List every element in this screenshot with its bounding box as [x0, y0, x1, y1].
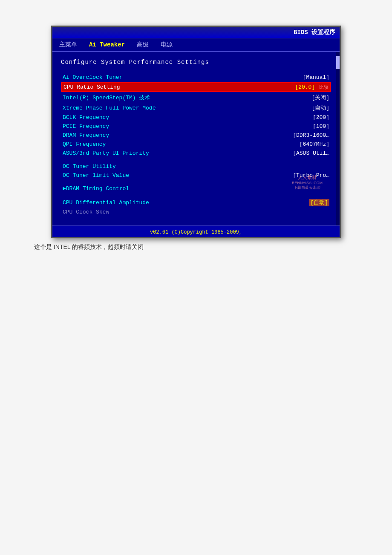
- menu-value-asus-priority: [ASUS Util: [293, 150, 329, 156]
- caption: 这个是 INTEL 的睿频技术，超频时请关闭: [34, 243, 358, 251]
- menu-label-speedstep: Intel(R) SpeedStep(TM) 技术: [63, 94, 150, 101]
- menu-item-cpu-diff-amp[interactable]: CPU Differential Amplitude [自动]: [61, 198, 331, 207]
- menu-value-pcie: [100]: [313, 123, 329, 130]
- menu-item-qpi[interactable]: QPI Frequency [6407MHz]: [61, 140, 331, 148]
- menu-item-oc-tuner-limit[interactable]: OC Tuner limit Value [Turbo Pro: [61, 171, 331, 179]
- menu-label-dram-timing: DRAM Timing Control: [66, 185, 129, 192]
- page-wrapper: BIOS 设置程序 主菜单 Ai Tweaker 高级 电源 Configure…: [0, 0, 392, 555]
- menu-value-bclk: [200]: [313, 114, 329, 121]
- menu-item-cpu-ratio[interactable]: CPU Ratio Setting [20.0] 比较: [61, 82, 331, 92]
- menu-value-cpu-diff-amp: [自动]: [309, 199, 329, 206]
- menu-label-ai-overclock: Ai Overclock Tuner: [63, 74, 122, 81]
- menu-value-dram: [DDR3-1600: [293, 132, 329, 139]
- menu-label-qpi: QPI Frequency: [63, 141, 106, 147]
- menu-label-dram: DRAM Frequency: [63, 132, 109, 139]
- menu-label-bclk: BCLK Frequency: [63, 114, 109, 121]
- menu-label-oc-tuner-utility: OC Tuner Utility: [63, 163, 116, 170]
- section-title: Configure System Performance Settings: [61, 59, 331, 66]
- nav-item-ai-tweaker[interactable]: Ai Tweaker: [89, 41, 125, 48]
- bottom-section: CPU Differential Amplitude [自动] CPU Cloc…: [61, 198, 331, 216]
- menu-value-qpi: [6407MHz]: [300, 141, 329, 147]
- menu-item-asus-priority[interactable]: ASUS/3rd Party UI Priority [ASUS Util: [61, 149, 331, 157]
- scrollbar[interactable]: [336, 52, 340, 225]
- menu-item-speedstep[interactable]: Intel(R) SpeedStep(TM) 技术 [关闭]: [61, 93, 331, 102]
- nav-item-main[interactable]: 主菜单: [59, 41, 77, 49]
- menu-item-dram[interactable]: DRAM Frequency [DDR3-1600: [61, 131, 331, 139]
- menu-label-asus-priority: ASUS/3rd Party UI Priority: [63, 150, 149, 156]
- nav-item-advanced[interactable]: 高级: [137, 41, 149, 49]
- menu-item-bclk[interactable]: BCLK Frequency [200]: [61, 113, 331, 121]
- dram-timing-arrow: ►: [63, 185, 66, 192]
- bios-screenshot: BIOS 设置程序 主菜单 Ai Tweaker 高级 电源 Configure…: [51, 26, 341, 238]
- menu-label-oc-tuner-limit: OC Tuner limit Value: [63, 172, 129, 179]
- bios-content: Configure System Performance Settings Ai…: [52, 52, 340, 225]
- menu-item-pcie[interactable]: PCIE Frequency [100]: [61, 122, 331, 130]
- menu-value-cpu-ratio: [20.0] 比较: [295, 84, 329, 90]
- bios-header-title: BIOS 设置程序: [294, 29, 335, 36]
- scrollbar-thumb: [336, 56, 340, 69]
- menu-item-cpu-clock-skew[interactable]: CPU Clock Skew: [61, 208, 331, 216]
- bios-footer: v02.61 (C)Copyright 1985-2009,: [52, 225, 340, 237]
- menu-value-speedstep: [关闭]: [311, 94, 329, 101]
- menu-value-xtreme-phase: [自动]: [311, 104, 329, 112]
- menu-item-dram-timing[interactable]: ► DRAM Timing Control: [61, 185, 331, 193]
- bios-header-bar: BIOS 设置程序: [52, 27, 340, 38]
- menu-label-xtreme-phase: Xtreme Phase Full Power Mode: [63, 105, 156, 111]
- menu-label-cpu-ratio: CPU Ratio Setting: [63, 84, 120, 90]
- menu-label-pcie: PCIE Frequency: [63, 123, 109, 130]
- menu-label-cpu-diff-amp: CPU Differential Amplitude: [63, 199, 149, 206]
- watermark: 人人素材 RENNAISAI.COM 下载自蓝天水印: [292, 174, 323, 191]
- menu-item-ai-overclock[interactable]: Ai Overclock Tuner [Manual]: [61, 73, 331, 81]
- menu-item-xtreme-phase[interactable]: Xtreme Phase Full Power Mode [自动]: [61, 103, 331, 113]
- watermark-text: 人人素材 RENNAISAI.COM 下载自蓝天水印: [292, 174, 323, 191]
- menu-value-ai-overclock: [Manual]: [303, 74, 329, 81]
- menu-label-cpu-clock-skew: CPU Clock Skew: [63, 209, 109, 215]
- nav-item-power[interactable]: 电源: [161, 41, 173, 49]
- menu-item-oc-tuner-utility[interactable]: OC Tuner Utility: [61, 162, 331, 171]
- bios-nav: 主菜单 Ai Tweaker 高级 电源: [52, 38, 340, 52]
- bios-footer-text: v02.61 (C)Copyright 1985-2009,: [150, 229, 242, 235]
